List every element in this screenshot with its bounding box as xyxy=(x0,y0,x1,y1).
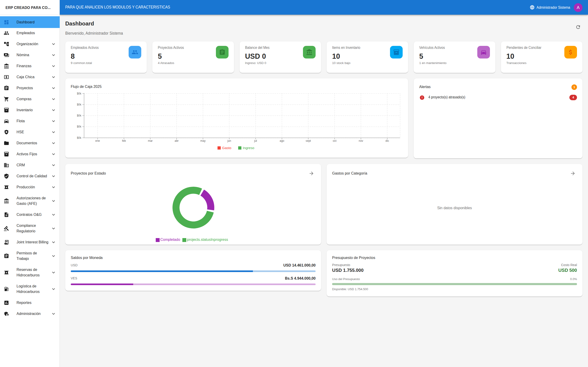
svg-text:mar: mar xyxy=(148,139,153,142)
svg-text:may: may xyxy=(200,139,206,142)
svg-text:$0k: $0k xyxy=(77,136,82,140)
svg-text:feb: feb xyxy=(122,139,126,142)
svg-text:abr: abr xyxy=(174,139,179,142)
svg-text:nov: nov xyxy=(359,139,363,142)
svg-text:dic: dic xyxy=(385,139,389,142)
svg-text:$0k: $0k xyxy=(77,114,82,117)
svg-text:oct: oct xyxy=(333,139,337,142)
svg-text:$0k: $0k xyxy=(77,92,82,95)
svg-text:sept: sept xyxy=(306,139,311,142)
svg-text:ene: ene xyxy=(95,139,100,142)
svg-text:$0k: $0k xyxy=(77,103,82,106)
svg-text:$0k: $0k xyxy=(77,125,82,128)
svg-text:ago: ago xyxy=(279,139,284,142)
svg-text:jun: jun xyxy=(227,139,231,142)
svg-text:jul: jul xyxy=(254,139,257,142)
